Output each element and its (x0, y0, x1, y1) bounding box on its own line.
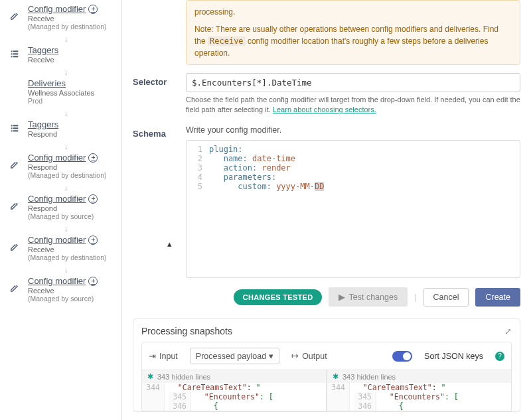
code-line: 1plugin: (187, 145, 520, 154)
cancel-button[interactable]: Cancel (423, 288, 469, 307)
hidden-lines-banner[interactable]: ✱343 hidden lines (142, 370, 326, 383)
sidebar-item-sub2: (Managed by source) (28, 295, 98, 303)
tool-icon (5, 283, 24, 296)
sidebar-item-sub: Receive (28, 56, 58, 64)
sidebar-item-title[interactable]: Config modifier+ (28, 4, 107, 14)
sidebar-item-title[interactable]: Config modifier+ (28, 276, 98, 286)
code-line: 2 name: date-time (187, 154, 520, 163)
svg-rect-6 (11, 125, 13, 126)
svg-rect-10 (11, 130, 13, 131)
svg-rect-5 (13, 56, 18, 57)
main-panel: processing. Note: There are usually othe… (122, 0, 531, 420)
svg-rect-3 (13, 53, 18, 54)
svg-rect-2 (11, 53, 13, 54)
add-icon[interactable]: + (88, 153, 98, 163)
input-label: ⇥Input (149, 351, 178, 361)
note-text-2: Note: There are usually other operations… (194, 23, 512, 59)
tool-icon (5, 11, 24, 24)
flow-arrow-icon: ↓ (0, 224, 121, 234)
add-icon[interactable]: + (88, 194, 98, 204)
sidebar-item-sub: Receive (28, 287, 98, 295)
schema-label: Schema (133, 125, 186, 279)
flow-arrow-icon: ↓ (0, 68, 121, 77)
tool-icon (5, 201, 24, 214)
snapshot-output-col: ✱343 hidden lines344 "CareTeamsText": "3… (327, 370, 512, 411)
sidebar-item-sub: Receive (28, 245, 107, 253)
snapshots-panel: Processing snapshots ⤢ ⇥Input Processed … (133, 318, 520, 412)
sidebar-item-title[interactable]: Deliveries (28, 78, 94, 88)
sidebar-item-sub: Receive (28, 15, 107, 23)
output-arrow-icon: ↦ (291, 351, 299, 361)
svg-rect-0 (11, 50, 13, 52)
flow-arrow-icon: ↓ (0, 142, 121, 151)
sidebar-item-sub2: (Managed by source) (28, 212, 98, 220)
payload-dropdown[interactable]: Processed payload▾ (190, 348, 279, 364)
expand-icon[interactable]: ⤢ (504, 326, 512, 336)
output-label: ↦Output (291, 351, 327, 361)
chevron-down-icon: ▾ (269, 351, 273, 361)
code-editor[interactable]: 1plugin:2 name: date-time3 action: rende… (186, 140, 520, 278)
sidebar-item-title[interactable]: Config modifier+ (28, 194, 98, 204)
sidebar-item-title[interactable]: Config modifier+ (28, 235, 107, 245)
sidebar-item[interactable]: TaggersRespond (0, 118, 121, 142)
flow-arrow-icon: ↓ (0, 109, 121, 118)
sidebar-item-title[interactable]: Taggers (28, 45, 58, 55)
hidden-lines-banner[interactable]: ✱343 hidden lines (327, 370, 511, 383)
sidebar-item[interactable]: TaggersReceive (0, 44, 121, 68)
flow-arrow-icon: ↓ (0, 183, 121, 192)
test-changes-button[interactable]: ▶ Test changes (329, 287, 408, 307)
sidebar-item[interactable]: DeliveriesWellness AssociatesProd (0, 77, 121, 109)
json-line: 346 { (169, 401, 273, 411)
add-icon[interactable]: + (88, 5, 98, 14)
selector-input[interactable] (186, 73, 520, 92)
sparkle-icon: ✱ (333, 372, 339, 381)
json-line: 346 { (354, 401, 459, 411)
code-line: 4 parameters: (187, 173, 520, 182)
sidebar-item-sub: Wellness Associates (28, 89, 94, 97)
schema-hint: Write your config modifier. (186, 125, 520, 137)
selector-hint: Choose the field path the config modifie… (186, 95, 520, 115)
sort-toggle[interactable] (392, 351, 412, 362)
svg-rect-4 (11, 56, 13, 57)
json-line: 344 "CareTeamsText": "345 "Encounters": … (142, 383, 326, 411)
json-line: 345 "Encounters": [ (354, 392, 459, 401)
snapshots-toolbar: ⇥Input Processed payload▾ ↦Output Sort J… (141, 342, 512, 370)
selector-hint-link[interactable]: Learn about choosing selectors. (273, 105, 376, 113)
code-line: 3 action: render (187, 163, 520, 173)
sidebar-item[interactable]: Config modifier+Receive(Managed by sourc… (0, 275, 121, 307)
selector-label: Selector (133, 73, 186, 115)
add-icon[interactable]: + (88, 277, 98, 286)
sidebar-item-sub2: Prod (28, 97, 94, 105)
changes-tested-badge: CHANGES TESTED (234, 289, 323, 305)
flow-arrow-icon: ↓ (0, 35, 121, 44)
divider: | (414, 292, 416, 302)
sparkle-icon: ✱ (147, 372, 153, 381)
sidebar-item[interactable]: Config modifier+Respond(Managed by sourc… (0, 192, 121, 224)
sidebar-item[interactable]: Config modifier+Respond(Managed by desti… (0, 151, 121, 183)
snapshots-title: Processing snapshots (141, 326, 232, 336)
sidebar-item[interactable]: Config modifier+Receive(Managed by desti… (0, 234, 121, 265)
tool-icon (5, 160, 24, 173)
sidebar-item-sub2: (Managed by destination) (28, 23, 107, 31)
sidebar-item-title[interactable]: Config modifier+ (28, 153, 107, 163)
add-icon[interactable]: + (88, 236, 98, 245)
svg-rect-9 (13, 127, 18, 129)
code-line: 5 custom: yyyy-MM-DD (187, 182, 520, 191)
svg-rect-8 (11, 127, 13, 129)
sidebar-item-sub: Respond (28, 204, 98, 212)
sidebar-item-sub2: (Managed by destination) (28, 171, 107, 179)
json-line: 344 "CareTeamsText": "345 "Encounters": … (327, 383, 511, 411)
sidebar-item[interactable]: Config modifier+Receive(Managed by desti… (0, 3, 121, 35)
sidebar: Config modifier+Receive(Managed by desti… (0, 0, 122, 420)
list-icon (5, 48, 24, 61)
tool-icon (5, 242, 24, 255)
note-text-trail: processing. (194, 6, 512, 18)
create-button[interactable]: Create (475, 288, 520, 307)
svg-rect-1 (13, 50, 18, 52)
flow-arrow-icon: ↓ (0, 265, 121, 275)
help-icon[interactable]: ? (495, 352, 504, 361)
sidebar-item-sub: Respond (28, 163, 107, 171)
sidebar-item-sub2: (Managed by destination) (28, 253, 107, 261)
snapshot-input-col: ✱343 hidden lines344 "CareTeamsText": "3… (141, 370, 327, 411)
sidebar-item-title[interactable]: Taggers (28, 119, 58, 129)
